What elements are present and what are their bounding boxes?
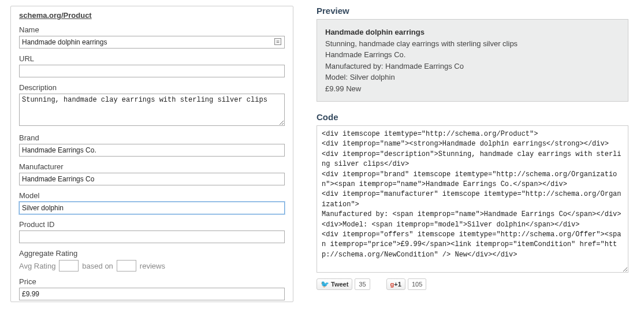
gplus-label: +1: [394, 281, 401, 288]
preview-heading: Preview: [317, 6, 628, 16]
aggregate-rating-label: Aggregate Rating: [19, 249, 285, 258]
name-label: Name: [19, 25, 285, 34]
price-input[interactable]: [19, 288, 285, 300]
brand-label: Brand: [19, 133, 285, 142]
product-id-input[interactable]: [19, 230, 285, 243]
model-input[interactable]: [19, 202, 285, 214]
code-output[interactable]: <div itemscope itemtype="http://schema.o…: [317, 125, 628, 273]
brand-input[interactable]: [19, 144, 285, 157]
preview-title: Handmade dolphin earrings: [325, 27, 620, 38]
preview-price-line: £9.99 New: [325, 83, 620, 95]
preview-description: Stunning, handmade clay earrings with st…: [325, 38, 620, 50]
manufacturer-label: Manufacturer: [19, 162, 285, 171]
reviews-text: reviews: [140, 262, 165, 270]
url-input[interactable]: [19, 65, 285, 77]
url-label: URL: [19, 54, 285, 63]
preview-model-label: Model:: [325, 73, 348, 81]
tweet-count: 35: [355, 278, 370, 290]
autofill-contact-icon[interactable]: ≡: [274, 38, 281, 45]
product-id-label: Product ID: [19, 220, 285, 229]
preview-model-line: Model: Silver dolphin: [325, 72, 620, 83]
preview-manufacturer-label: Manufactured by:: [325, 62, 383, 70]
schema-type-link[interactable]: schema.org/Product: [19, 11, 92, 20]
gplus-button[interactable]: g+1: [386, 278, 405, 290]
manufacturer-input[interactable]: [19, 173, 285, 185]
avg-rating-input[interactable]: [59, 260, 79, 272]
description-label: Description: [19, 83, 285, 92]
based-on-text: based on: [82, 262, 113, 270]
avg-rating-text: Avg Rating: [19, 262, 55, 270]
twitter-icon: 🐦: [321, 280, 329, 288]
preview-manufacturer: Handmade Earrings Co: [385, 62, 464, 70]
model-label: Model: [19, 191, 285, 200]
social-buttons: 🐦 Tweet 35 g+1 105: [317, 278, 628, 290]
name-input[interactable]: [19, 36, 285, 49]
gplus-icon: g: [390, 281, 394, 288]
description-textarea[interactable]: Stunning, handmade clay earrings with st…: [19, 94, 285, 126]
tweet-button[interactable]: 🐦 Tweet: [317, 278, 352, 290]
preview-model: Silver dolphin: [350, 73, 395, 81]
schema-form-panel: schema.org/Product Name ≡ URL Descriptio…: [10, 6, 293, 302]
preview-box: Handmade dolphin earrings Stunning, hand…: [317, 19, 628, 102]
preview-manufacturer-line: Manufactured by: Handmade Earrings Co: [325, 61, 620, 72]
price-label: Price: [19, 277, 285, 286]
tweet-label: Tweet: [331, 281, 348, 288]
reviews-count-input[interactable]: [117, 260, 136, 272]
gplus-count: 105: [408, 278, 426, 290]
preview-brand: Handmade Earrings Co.: [325, 49, 620, 61]
code-heading: Code: [317, 112, 628, 122]
